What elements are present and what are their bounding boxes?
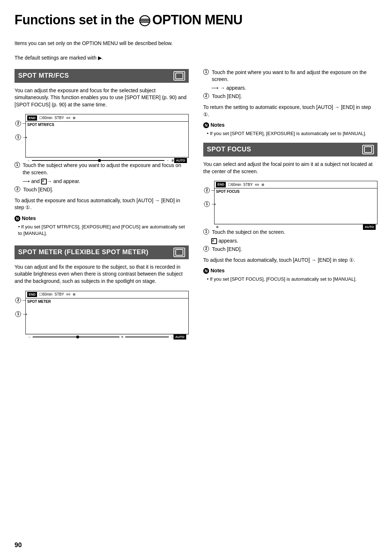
notes-icon: N [15,216,20,221]
spot-mtr-fcs-icon [173,71,185,81]
diagram-inner [26,128,188,156]
spot-focus-icon [362,145,374,154]
intro-text: Items you can set only on the OPTION MEN… [15,40,377,47]
spot-focus-notes-list: If you set [SPOT FOCUS], [FOCUS] is auto… [203,276,377,282]
callout-1: 1 → [15,134,28,141]
spot-meter-notes-icon: N [203,122,209,128]
spot-meter-title: SPOT METER (Flexible spot meter) [18,248,148,257]
spot-meter-notes-list: If you set [SPOT METER], [EXPOSURE] is a… [203,130,377,137]
spot-focus-diagram-bottom: ⊕ AUTO [215,223,377,231]
default-text: The default settings are marked with ▶. [15,54,377,62]
spot-meter-diagram: END ☐60min STBY ≡≡ ⊕ SPOT METER ← ✕ [25,291,189,334]
spot-focus-header: SPOT FOCUS [203,143,377,156]
spot-mtr-fcs-header: SPOT MTR/FCS [15,69,189,83]
page-title: Functions set in the OPTION MENU [15,11,377,29]
callout-2: 2 — [15,121,26,126]
spot-mtr-fcs-auto-text: To adjust the exposure and focus automat… [15,197,189,211]
spot-mtr-fcs-title: SPOT MTR/FCS [18,71,69,80]
left-column: SPOT MTR/FCS You can adjust the exposure… [15,69,189,339]
end-btn: END [27,115,37,121]
spot-focus-steps: 1 Touch the subject on the screen. appea… [203,229,377,253]
spot-meter-body: You can adjust and fix the exposure to t… [15,264,189,285]
spot-mtr-fcs-steps: 1 Touch the subject where you want to ad… [15,162,189,193]
spot-mtr-fcs-diagram: END ☐60min STBY ≡≡ ⊕ SPOT MTR/FCS ← → ⊕ … [25,114,189,158]
spot-mtr-fcs-notes: N Notes If you set [SPOT MTR/FCS], [EXPO… [15,215,189,237]
spot-focus-diagram-inner [215,195,377,223]
spot-meter-auto-text: To return the setting to automatic expos… [203,104,377,118]
spot-meter-right-steps: 1 Touch the point where you want to fix … [203,69,377,100]
spot-meter-callout-2: 2 — [15,297,26,303]
option-icon [138,14,152,27]
spot-meter-diagram-bottom: ← ✕ → AUTO [26,333,188,341]
spot-focus-auto-text: To adjust the focus automatically, touch… [203,257,377,264]
spot-focus-diagram: END ☐60min STBY ≡≡ ⊕ SPOT FOCUS ⊕ AUTO [214,181,377,224]
spot-meter-diagram-label: SPOT METER [26,298,188,305]
spot-focus-title: SPOT FOCUS [207,145,251,154]
spot-meter-icon [173,248,185,257]
spot-focus-notes-icon: N [203,268,209,274]
spot-meter-notes: N Notes If you set [SPOT METER], [EXPOSU… [203,122,377,137]
spot-focus-notes: N Notes If you set [SPOT FOCUS], [FOCUS]… [203,267,377,282]
right-column: 1 Touch the point where you want to fix … [203,69,377,339]
spot-focus-callout-2: 2 — [204,187,215,193]
diagram-bottom: ← → ⊕ AUTO [26,156,188,164]
spot-focus-diagram-label: SPOT FOCUS [215,188,377,195]
spot-mtr-fcs-notes-list: If you set [SPOT MTR/FCS], [EXPOSURE] an… [15,224,189,237]
spot-meter-diagram-inner [26,305,188,333]
spot-focus-callout-1: 1 → [204,201,217,207]
diagram-section-label: SPOT MTR/FCS [26,122,188,128]
spot-meter-header: SPOT METER (Flexible spot meter) [15,245,189,259]
spot-meter-callout-1: 1 → [15,311,28,317]
spot-focus-body: You can select and adjust the focal poin… [203,161,377,175]
spot-mtr-fcs-body: You can adjust the exposure and focus fo… [15,87,189,109]
